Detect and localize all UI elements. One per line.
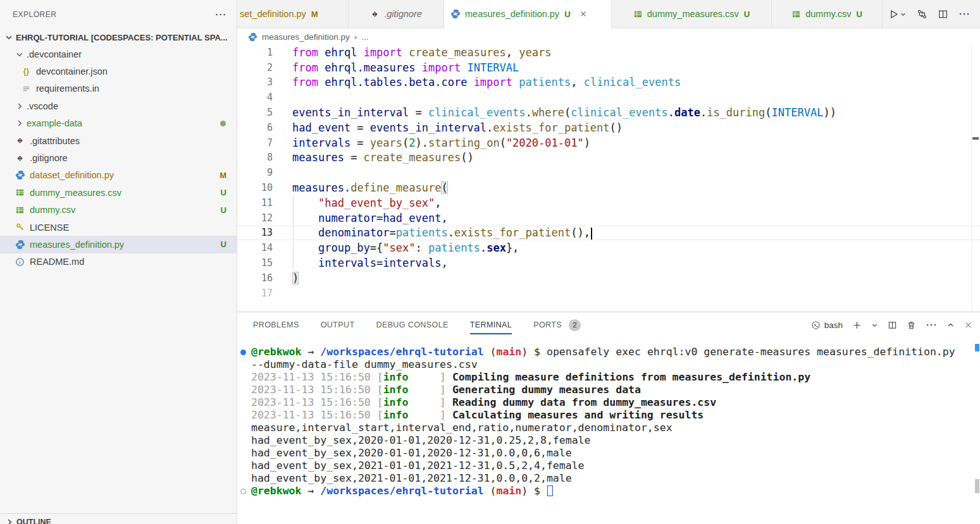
sidebar-item-devcontainer[interactable]: .devcontainer bbox=[0, 46, 237, 63]
git-untracked-badge: U bbox=[221, 205, 226, 215]
tab-terminal[interactable]: TERMINAL bbox=[470, 312, 512, 338]
code-line-4[interactable]: 4 bbox=[237, 90, 980, 105]
git-untracked-badge: U bbox=[744, 9, 750, 19]
terminal-log-line: 2023-11-13 15:16:50 [info ] Generating d… bbox=[237, 384, 971, 396]
item-label: example-data bbox=[27, 118, 82, 128]
item-label: .gitignore bbox=[30, 153, 68, 163]
sidebar-item-measures-definition[interactable]: measures_definition.py U bbox=[0, 236, 237, 253]
csv-table-icon bbox=[633, 9, 643, 19]
code-line-12[interactable]: 12 numerator=had_event, bbox=[237, 210, 980, 226]
terminal-toolbar: bash ⋯ bbox=[811, 312, 972, 338]
split-terminal-icon[interactable] bbox=[888, 320, 897, 330]
terminal-log-line: 2023-11-13 15:16:50 [info ] Calculating … bbox=[237, 409, 971, 422]
run-python-file-icon[interactable] bbox=[888, 9, 899, 20]
tab-gitignore[interactable]: .gitignore bbox=[349, 0, 444, 28]
line-number: 16 bbox=[237, 272, 273, 284]
overview-ruler-cursor-mark bbox=[972, 137, 979, 140]
explorer-more-icon[interactable]: ⋯ bbox=[215, 11, 227, 18]
sidebar-item-requirements-in[interactable]: requirements.in bbox=[0, 80, 237, 97]
chevron-down-icon bbox=[15, 49, 25, 59]
command-decoration-icon[interactable] bbox=[240, 350, 246, 355]
item-label: requirements.in bbox=[36, 83, 99, 94]
sidebar-item-readme[interactable]: README.md bbox=[0, 253, 237, 271]
terminal-line: --dummy-data-file dummy_measures.csv bbox=[237, 358, 971, 371]
terminal-scrollbar-thumb[interactable] bbox=[975, 479, 979, 493]
code-line-17[interactable]: 17 bbox=[237, 286, 980, 301]
line-number: 12 bbox=[237, 212, 273, 224]
breadcrumb[interactable]: measures_definition.py › ... bbox=[237, 28, 980, 45]
split-editor-icon[interactable] bbox=[938, 9, 948, 20]
shell-name: bash bbox=[824, 320, 843, 330]
sidebar-item-dataset-definition[interactable]: dataset_definition.py M bbox=[0, 167, 237, 184]
code-line-14[interactable]: 14 group_by={"sex": patients.sex}, bbox=[237, 240, 980, 255]
line-number: 14 bbox=[237, 242, 273, 253]
code-line-8[interactable]: 8measures = create_measures() bbox=[237, 150, 980, 166]
editor-tab-bar: set_definition.py M .gitignore measures_… bbox=[237, 0, 980, 28]
tab-debug-console[interactable]: DEBUG CONSOLE bbox=[376, 312, 448, 338]
code-line-3[interactable]: 3from ehrql.tables.beta.core import pati… bbox=[237, 75, 980, 90]
terminal-dropdown-chevron-icon[interactable] bbox=[871, 322, 878, 329]
sidebar-item-dummy-csv[interactable]: dummy.csv U bbox=[0, 202, 237, 219]
maximize-panel-chevron-up-icon[interactable] bbox=[946, 321, 955, 329]
code-line-6[interactable]: 6had_event = events_in_interval.exists_f… bbox=[237, 120, 980, 135]
code-line-5[interactable]: 5events_in_interval = clinical_events.wh… bbox=[237, 105, 980, 120]
tab-output[interactable]: OUTPUT bbox=[321, 312, 355, 338]
code-line-10[interactable]: 10measures.define_measure( bbox=[237, 180, 980, 195]
tab-dataset-definition[interactable]: set_definition.py M bbox=[237, 0, 349, 28]
run-dropdown-chevron-icon[interactable] bbox=[900, 11, 907, 18]
editor-scrollbar[interactable] bbox=[971, 45, 980, 312]
sidebar-item-gitattributes[interactable]: .gitattributes bbox=[0, 132, 237, 149]
code-editor[interactable]: 1from ehrql import create_measures, year… bbox=[237, 45, 980, 312]
breadcrumb-file[interactable]: measures_definition.py bbox=[262, 32, 350, 42]
line-number: 1 bbox=[237, 47, 273, 58]
new-terminal-icon[interactable] bbox=[852, 320, 862, 330]
item-label: dataset_definition.py bbox=[30, 170, 114, 180]
code-line-16[interactable]: 16) bbox=[237, 271, 980, 286]
tab-dummy-csv[interactable]: dummy.csv U bbox=[772, 0, 883, 28]
kill-terminal-trash-icon[interactable] bbox=[907, 320, 916, 330]
json-braces-icon: {} bbox=[21, 66, 32, 77]
csv-table-icon bbox=[791, 9, 801, 19]
sidebar-item-vscode[interactable]: .vscode bbox=[0, 97, 237, 114]
terminal-prompt-line: @rebkwok → /workspaces/ehrql-tutorial (m… bbox=[237, 485, 971, 497]
code-line-1[interactable]: 1from ehrql import create_measures, year… bbox=[237, 45, 980, 60]
sidebar-item-devcontainer-json[interactable]: {} devcontainer.json bbox=[0, 63, 237, 80]
close-panel-icon[interactable] bbox=[964, 321, 972, 329]
sidebar-item-dummy-measures-csv[interactable]: dummy_measures.csv U bbox=[0, 184, 237, 201]
terminal-output[interactable]: @rebkwok → /workspaces/ehrql-tutorial (m… bbox=[237, 346, 971, 497]
tab-label: dummy_measures.csv bbox=[647, 9, 739, 19]
code-line-11[interactable]: 11 "had_event_by_sex", bbox=[237, 195, 980, 210]
code-line-9[interactable]: 9 bbox=[237, 165, 980, 180]
terminal-prompt-line: @rebkwok → /workspaces/ehrql-tutorial (m… bbox=[237, 346, 971, 358]
item-label: dummy.csv bbox=[30, 205, 75, 215]
code-line-7[interactable]: 7intervals = years(2).starting_on("2020-… bbox=[237, 135, 980, 150]
terminal-csv-line: had_event_by_sex,2021-01-01,2021-12-31,0… bbox=[237, 472, 971, 485]
line-number: 9 bbox=[237, 167, 273, 178]
tree-root-folder[interactable]: EHRQL-TUTORIAL [CODESPACES: POTENTIAL SP… bbox=[0, 29, 237, 46]
git-file-icon bbox=[370, 9, 380, 19]
tab-dummy-measures-csv[interactable]: dummy_measures.csv U bbox=[612, 0, 772, 28]
root-folder-label: EHRQL-TUTORIAL [CODESPACES: POTENTIAL SP… bbox=[16, 33, 228, 42]
sidebar-item-example-data[interactable]: example-data bbox=[0, 115, 237, 132]
code-line-13-current[interactable]: 13 denominator=patients.exists_for_patie… bbox=[237, 226, 980, 241]
shell-selector[interactable]: bash bbox=[811, 320, 843, 330]
tab-measures-definition-active[interactable]: measures_definition.py U bbox=[444, 0, 612, 28]
close-tab-icon[interactable] bbox=[579, 9, 588, 18]
bottom-panel: PROBLEMS OUTPUT DEBUG CONSOLE TERMINAL P… bbox=[237, 312, 980, 524]
sidebar-item-gitignore[interactable]: .gitignore bbox=[0, 149, 237, 166]
item-label: README.md bbox=[30, 257, 84, 267]
outline-section-header[interactable]: OUTLINE bbox=[0, 513, 237, 524]
breadcrumb-symbol[interactable]: ... bbox=[361, 32, 368, 42]
open-changes-icon[interactable] bbox=[917, 9, 927, 20]
tab-problems[interactable]: PROBLEMS bbox=[253, 312, 299, 338]
git-modified-badge: M bbox=[220, 171, 226, 180]
more-actions-icon[interactable]: ⋯ bbox=[958, 11, 970, 17]
terminal-csv-header-line: measure,interval_start,interval_end,rati… bbox=[237, 422, 971, 434]
tab-ports[interactable]: PORTS 2 bbox=[533, 312, 581, 338]
code-line-2[interactable]: 2from ehrql.measures import INTERVAL bbox=[237, 60, 980, 75]
terminal-more-icon[interactable]: ⋯ bbox=[926, 322, 937, 328]
sidebar-item-license[interactable]: LICENSE bbox=[0, 219, 237, 236]
command-decoration-icon[interactable] bbox=[240, 489, 246, 494]
code-line-15[interactable]: 15 intervals=intervals, bbox=[237, 255, 980, 271]
explorer-sidebar: EXPLORER ⋯ EHRQL-TUTORIAL [CODESPACES: P… bbox=[0, 0, 237, 524]
